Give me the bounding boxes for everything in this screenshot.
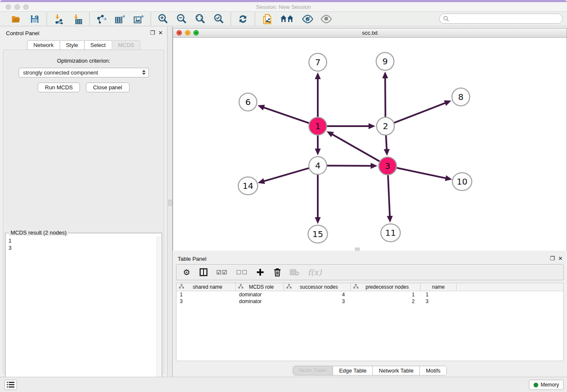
network-canvas[interactable]: 7968124314101511	[173, 38, 567, 251]
cell-mcds-role[interactable]: dominator	[236, 292, 284, 298]
column-header-mcds-role[interactable]: MCDS role	[236, 283, 284, 291]
task-history-list-icon[interactable]	[4, 380, 17, 390]
result-scrollbar[interactable]	[157, 236, 161, 389]
tab-edge-table[interactable]: Edge Table	[333, 366, 373, 375]
export-table-button[interactable]	[114, 13, 126, 25]
optimization-criterion-dropdown[interactable]: strongly connected component	[19, 68, 149, 77]
show-columns-icon[interactable]	[199, 267, 208, 277]
graph-edge-arrowhead	[384, 149, 390, 156]
window-title: Session: New Session	[0, 4, 567, 10]
tab-network[interactable]: Network	[27, 40, 60, 50]
zoom-in-button[interactable]	[157, 13, 169, 25]
cell-name[interactable]: 1	[421, 292, 457, 298]
column-header-successor-nodes[interactable]: successor nodes	[284, 283, 351, 291]
new-network-from-selection-button[interactable]	[261, 13, 273, 25]
column-header-shared-name[interactable]: shared name	[176, 283, 236, 291]
optimization-criterion-label: Optimization criterion:	[3, 58, 164, 64]
close-panel-button[interactable]: Close panel	[86, 83, 129, 92]
cell-shared-name[interactable]: 3	[176, 298, 236, 304]
open-session-button[interactable]	[10, 13, 22, 25]
hierarchy-icon	[238, 284, 243, 290]
cell-successor-nodes[interactable]: 3	[284, 298, 351, 304]
table-panel-tabs: Node Table Edge Table Network Table Moti…	[173, 366, 567, 375]
graph-edge-arrowhead	[315, 217, 321, 224]
status-bar: Memory	[0, 377, 567, 392]
table-panel-title: Table Panel	[178, 256, 206, 262]
run-mcds-button[interactable]: Run MCDS	[38, 83, 80, 92]
select-all-columns-icon[interactable]: ☑☑	[216, 267, 228, 277]
float-table-panel-icon[interactable]: ❐	[550, 255, 555, 262]
close-panel-icon[interactable]: ✕	[158, 30, 163, 36]
function-builder-icon: f(x)	[308, 267, 322, 277]
graph-node-label: 6	[245, 97, 251, 107]
cell-name[interactable]: 3	[421, 298, 457, 304]
import-table-button[interactable]	[72, 13, 83, 25]
graph-edge[interactable]	[331, 134, 380, 161]
window-titlebar: Session: New Session	[0, 2, 567, 12]
search-input[interactable]	[439, 14, 563, 24]
hierarchy-icon	[179, 284, 184, 290]
unselect-all-columns-icon[interactable]: ☐☐	[236, 267, 248, 277]
tab-select[interactable]: Select	[84, 40, 112, 50]
cell-predecessor-nodes[interactable]: 2	[351, 298, 421, 304]
mcds-result-groupbox: MCDS result (2 nodes) 1 3	[5, 233, 162, 392]
cell-predecessor-nodes[interactable]: 1	[351, 292, 421, 298]
graph-edge-arrowhead	[258, 178, 265, 184]
graph-node-label: 2	[383, 121, 388, 131]
export-image-button[interactable]	[133, 13, 145, 25]
hide-graphics-details-icon[interactable]	[302, 13, 314, 25]
export-network-button[interactable]	[96, 13, 107, 25]
tab-network-table[interactable]: Network Table	[373, 366, 420, 375]
panel-splitter[interactable]	[167, 26, 173, 377]
close-table-panel-icon[interactable]: ✕	[558, 255, 563, 262]
graph-edge-arrowhead	[315, 149, 321, 155]
float-panel-icon[interactable]: ❐	[150, 30, 155, 36]
create-column-plus-icon[interactable]	[256, 267, 264, 277]
tab-node-table[interactable]: Node Table	[293, 366, 333, 375]
graph-node-label: 14	[242, 181, 253, 191]
cell-mcds-role[interactable]: dominator	[236, 298, 284, 304]
graph-edge-arrowhead	[369, 123, 375, 129]
network-view-window: ✕ − + scc.txt 7968124314101511	[173, 28, 567, 251]
mcds-result-text[interactable]: 1 3	[6, 236, 157, 389]
graph-edge[interactable]	[263, 107, 309, 123]
network-window-titlebar[interactable]: ✕ − + scc.txt	[173, 28, 567, 38]
zoom-out-button[interactable]	[176, 13, 187, 25]
show-graphics-details-icon[interactable]	[320, 13, 332, 25]
tab-style[interactable]: Style	[60, 40, 85, 50]
graph-edge[interactable]	[396, 168, 447, 178]
table-options-gear-icon[interactable]: ⚙	[182, 267, 191, 277]
graph-edge[interactable]	[327, 166, 372, 166]
application-window: Session: New Session	[0, 0, 567, 392]
control-panel-tabs: Network Style Select MCDS	[0, 40, 167, 50]
graph-edge[interactable]	[388, 175, 390, 217]
network-resize-grip[interactable]	[355, 248, 360, 251]
import-network-button[interactable]	[53, 13, 65, 25]
graph-edge[interactable]	[263, 168, 309, 182]
zoom-selected-button[interactable]	[213, 13, 225, 25]
zoom-fit-button[interactable]	[194, 13, 206, 25]
search-container	[439, 14, 563, 24]
search-icon	[443, 16, 449, 23]
node-table: shared name MCDS role successor nodes pr…	[176, 283, 564, 361]
table-row[interactable]: 3 dominator 3 2 3	[176, 298, 563, 305]
splitter-grip[interactable]	[168, 200, 172, 206]
graph-edge[interactable]	[386, 135, 387, 150]
memory-button[interactable]: Memory	[529, 380, 564, 390]
delete-column-trash-icon[interactable]	[273, 267, 281, 277]
column-header-name[interactable]: name	[421, 283, 457, 291]
graph-edge[interactable]	[394, 102, 446, 123]
apply-layout-button[interactable]	[237, 13, 249, 25]
graph-edge[interactable]	[385, 77, 385, 117]
control-panel-title: Control Panel	[6, 30, 39, 36]
tab-mcds[interactable]: MCDS	[112, 40, 140, 50]
graph-edge-arrowhead	[445, 175, 452, 181]
tab-motifs[interactable]: Motifs	[420, 366, 446, 375]
cell-successor-nodes[interactable]: 4	[284, 292, 351, 298]
column-header-predecessor-nodes[interactable]: predecessor nodes	[351, 283, 421, 291]
hierarchy-icon	[353, 284, 358, 290]
table-row[interactable]: 1 dominator 4 1 1	[176, 291, 563, 298]
save-session-button[interactable]	[29, 13, 41, 25]
cell-shared-name[interactable]: 1	[176, 292, 236, 298]
home-button[interactable]	[280, 13, 295, 25]
